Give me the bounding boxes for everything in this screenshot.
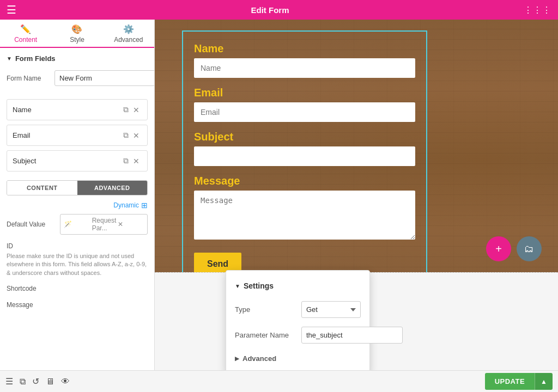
form-name-input[interactable] — [54, 70, 155, 86]
tab-content[interactable]: ✏️ Content — [0, 20, 51, 48]
fab-add-button[interactable]: + — [486, 236, 511, 261]
toolbar-eye-icon[interactable]: 👁 — [61, 377, 70, 387]
shortcode-label: Shortcode — [7, 285, 148, 292]
update-arrow-button[interactable]: ▲ — [535, 373, 553, 390]
field-duplicate-btn-subject[interactable]: ⧉ — [121, 155, 131, 167]
field-delete-btn-name[interactable]: ✕ — [131, 105, 142, 115]
shortcode-row: Shortcode — [0, 281, 154, 298]
popup-settings-title: Settings — [244, 281, 274, 290]
fields-list: Name ⧉ ✕ Email ⧉ ✕ Subject ⧉ ✕ — [0, 99, 154, 176]
popup-type-label: Type — [235, 305, 295, 314]
form-fields-section: ▼ Form Fields Form Name — [0, 48, 154, 99]
default-value-label: Default Value — [7, 220, 56, 228]
field-delete-btn-subject[interactable]: ✕ — [131, 156, 142, 167]
fab-container: + 🗂 — [486, 236, 542, 261]
popup-type-select[interactable]: GetPost — [301, 301, 361, 318]
update-arrow-icon: ▲ — [541, 378, 547, 385]
subject-field-label: Subject — [194, 131, 415, 143]
toolbar-history-icon[interactable]: ↺ — [32, 376, 39, 387]
popup-advanced-chevron-icon: ▶ — [235, 356, 239, 362]
form-widget: Name Email Subject Message Send — [182, 30, 427, 287]
message-field-label: Message — [194, 175, 415, 187]
hamburger-icon[interactable]: ☰ — [7, 3, 16, 16]
popup-advanced-label: Advanced — [242, 354, 276, 363]
message-field-textarea[interactable] — [194, 191, 415, 240]
canvas: ‹ Name Email Subject Message — [155, 20, 558, 370]
field-duplicate-btn-name[interactable]: ⧉ — [121, 104, 131, 115]
field-row-name: Name ⧉ ✕ — [7, 99, 148, 120]
popup-advanced-row[interactable]: ▶ Advanced — [226, 348, 369, 365]
toolbar-layers-icon[interactable]: ⧉ — [20, 377, 26, 387]
id-section: ID Please make sure the ID is unique and… — [0, 238, 154, 281]
tab-advanced[interactable]: ⚙️ Advanced — [103, 20, 154, 47]
fab-plus-icon: + — [495, 243, 502, 255]
email-field-input[interactable] — [194, 102, 415, 122]
content-advanced-toggle: CONTENT ADVANCED — [7, 180, 148, 195]
fab-folder-button[interactable]: 🗂 — [517, 236, 542, 261]
name-field-input[interactable] — [194, 58, 415, 78]
advanced-tab-label: Advanced — [114, 36, 143, 44]
message-label: Message — [7, 301, 148, 309]
section-title: Form Fields — [15, 54, 56, 63]
advanced-tab-icon: ⚙️ — [123, 24, 134, 34]
form-field-email: Email — [194, 87, 415, 122]
form-field-subject: Subject — [194, 131, 415, 166]
popup-chevron-icon: ▼ — [235, 283, 240, 289]
field-subject-label: Subject — [13, 157, 121, 165]
default-value-row: Default Value 🪄 Request Par... ✕ — [0, 211, 154, 238]
wand-icon: 🪄 — [64, 220, 90, 228]
update-button[interactable]: UPDATE — [485, 373, 535, 390]
dynamic-icon[interactable]: ⊞ — [141, 201, 148, 210]
default-value-clear-btn[interactable]: ✕ — [118, 220, 144, 228]
toggle-advanced[interactable]: ADVANCED — [77, 181, 148, 195]
field-email-label: Email — [13, 131, 121, 139]
default-value-text: Request Par... — [92, 217, 118, 232]
field-duplicate-btn-email[interactable]: ⧉ — [121, 130, 131, 141]
form-name-label: Form Name — [7, 75, 50, 82]
form-field-name: Name — [194, 42, 415, 78]
popup-param-row: Parameter Name — [226, 322, 369, 348]
left-panel: ✏️ Content 🎨 Style ⚙️ Advanced ▼ Form Fi… — [0, 20, 155, 370]
top-bar: ☰ Edit Form ⋮⋮⋮ — [0, 0, 558, 20]
field-row-email: Email ⧉ ✕ — [7, 125, 148, 146]
toolbar-device-icon[interactable]: 🖥 — [46, 377, 54, 387]
form-field-message: Message — [194, 175, 415, 242]
email-field-label: Email — [194, 87, 415, 99]
bottom-toolbar: ☰ ⧉ ↺ 🖥 👁 UPDATE ▲ — [0, 370, 558, 392]
name-field-label: Name — [194, 42, 415, 55]
popup-param-input[interactable] — [301, 327, 403, 344]
dynamic-label: Dynamic — [113, 201, 139, 209]
popup-type-row: Type GetPost — [226, 297, 369, 322]
update-btn-wrap: UPDATE ▲ — [485, 373, 553, 390]
toggle-content[interactable]: CONTENT — [7, 181, 77, 195]
page-title: Edit Form — [251, 5, 289, 15]
section-chevron-icon: ▼ — [7, 56, 12, 62]
field-name-label: Name — [13, 106, 121, 114]
content-tab-label: Content — [14, 36, 37, 44]
fab-folder-icon: 🗂 — [524, 243, 534, 255]
panel-tabs: ✏️ Content 🎨 Style ⚙️ Advanced — [0, 20, 154, 48]
message-row: Message — [0, 298, 154, 312]
subject-field-input[interactable] — [194, 146, 415, 166]
field-delete-btn-email[interactable]: ✕ — [131, 130, 142, 141]
grid-icon[interactable]: ⋮⋮⋮ — [524, 5, 551, 15]
dynamic-row: Dynamic ⊞ — [0, 200, 154, 211]
popup-param-label: Parameter Name — [235, 331, 295, 339]
field-row-subject: Subject ⧉ ✕ — [7, 150, 148, 171]
content-tab-icon: ✏️ — [20, 24, 31, 34]
form-name-row: Form Name — [7, 70, 148, 86]
id-label: ID — [7, 242, 148, 250]
id-help-text: Please make sure the ID is unique and no… — [7, 252, 148, 277]
style-tab-label: Style — [70, 36, 84, 44]
tab-style[interactable]: 🎨 Style — [51, 20, 102, 47]
settings-popup: ▼ Settings Type GetPost Parameter Name ▶… — [226, 270, 370, 370]
style-tab-icon: 🎨 — [71, 24, 82, 34]
popup-settings-header: ▼ Settings — [226, 279, 369, 297]
default-value-input-wrap[interactable]: 🪄 Request Par... ✕ — [60, 214, 148, 235]
section-header: ▼ Form Fields — [7, 54, 148, 63]
toolbar-hamburger-icon[interactable]: ☰ — [5, 376, 13, 387]
